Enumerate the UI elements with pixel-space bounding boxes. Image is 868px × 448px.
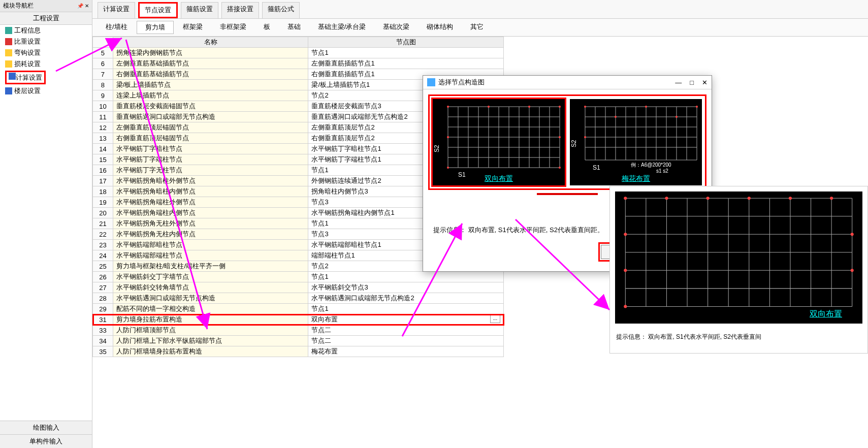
tabs-sub: 柱/墙柱剪力墙框架梁非框架梁板基础基础主梁/承台梁基础次梁砌体结构其它 (92, 19, 868, 37)
sidebar-bottom-single[interactable]: 单构件输入 (0, 434, 92, 448)
svg-point-86 (851, 269, 854, 272)
sidebar-item-3[interactable]: 损耗设置 (0, 58, 92, 70)
svg-point-84 (624, 305, 627, 308)
svg-point-48 (615, 116, 617, 118)
table-row[interactable]: 31剪力墙身拉筋布置构造双向布置... (93, 314, 504, 325)
browse-button[interactable]: ... (490, 315, 500, 323)
right-preview: 双向布置 (615, 191, 862, 324)
tree-icon (9, 73, 16, 80)
sidebar: 模块导航栏 📌 ✕ 工程设置 工程信息比重设置弯钩设置损耗设置计算设置楼层设置 … (0, 0, 92, 448)
svg-text:S1: S1 (458, 171, 466, 178)
subtab-8[interactable]: 砌体结构 (419, 21, 461, 34)
subtab-5[interactable]: 基础 (279, 21, 309, 34)
tree-icon (5, 38, 12, 45)
tab-3[interactable]: 搭接设置 (221, 2, 259, 18)
svg-point-51 (584, 136, 586, 138)
svg-text:S2: S2 (570, 140, 577, 147)
svg-point-24 (447, 167, 449, 169)
tree-icon (5, 60, 12, 68)
subtab-4[interactable]: 板 (255, 21, 278, 34)
table-row[interactable]: 5拐角连梁内侧钢筋节点节点1 (93, 48, 504, 58)
svg-point-20 (488, 106, 490, 108)
subtab-6[interactable]: 基础主梁/承台梁 (310, 21, 374, 34)
tabs-top: 计算设置节点设置箍筋设置搭接设置箍筋公式 (92, 0, 868, 19)
tree-label: 损耗设置 (14, 59, 41, 69)
table-row[interactable]: 34人防门框墙上下部水平纵筋端部节点节点二 (93, 336, 504, 346)
nav-tree: 工程信息比重设置弯钩设置损耗设置计算设置楼层设置 (0, 25, 92, 421)
svg-point-79 (748, 197, 751, 200)
svg-point-26 (559, 167, 561, 169)
tree-icon (5, 87, 12, 94)
tab-4[interactable]: 箍筋公式 (262, 2, 300, 18)
sidebar-bottom-draw[interactable]: 绘图输入 (0, 421, 92, 434)
tree-icon (5, 49, 12, 56)
svg-point-76 (624, 197, 627, 200)
tab-0[interactable]: 计算设置 (98, 2, 135, 18)
svg-point-21 (528, 106, 530, 108)
close-icon[interactable]: ✕ (702, 79, 708, 86)
svg-text:S2: S2 (433, 145, 440, 152)
th-num (93, 37, 113, 48)
preview-2-label: 梅花布置 (622, 174, 650, 183)
svg-point-82 (624, 233, 627, 236)
table-row[interactable]: 35人防门框墙墙身拉筋布置构造梅花布置 (93, 346, 504, 357)
dialog-icon (427, 78, 435, 86)
subtab-3[interactable]: 非框架梁 (212, 21, 254, 34)
subtab-9[interactable]: 其它 (462, 21, 492, 34)
table-row[interactable]: 26水平钢筋斜交丁字墙节点节点1 (93, 272, 504, 282)
tree-label: 楼层设置 (14, 86, 41, 95)
table-row[interactable]: 6左侧垂直筋基础插筋节点左侧垂直筋插筋节点1 (93, 58, 504, 69)
subtab-0[interactable]: 柱/墙柱 (98, 21, 136, 34)
svg-text:例：A6@200*200: 例：A6@200*200 (631, 162, 671, 168)
subtab-1[interactable]: 剪力墙 (137, 21, 174, 34)
svg-point-80 (789, 197, 792, 200)
sidebar-item-0[interactable]: 工程信息 (0, 25, 92, 36)
preview-option-1[interactable]: S2 S1 双向布置 (433, 99, 565, 185)
tree-label: 弯钩设置 (14, 48, 41, 57)
svg-point-52 (696, 106, 698, 108)
svg-point-77 (665, 197, 668, 200)
svg-point-49 (645, 106, 647, 108)
svg-point-85 (851, 233, 854, 236)
right-preview-pane: 双向布置 提示信息： 双向布置, S1代表水平间距, S2代表垂直间 (609, 186, 868, 354)
tree-label: 工程信息 (14, 26, 41, 35)
svg-point-23 (447, 136, 449, 138)
right-hint: 提示信息： 双向布置, S1代表水平间距, S2代表垂直间 (610, 329, 867, 345)
svg-point-22 (559, 106, 561, 108)
sidebar-header-title: 模块导航栏 (3, 2, 34, 10)
sidebar-item-4[interactable]: 计算设置 (0, 70, 92, 85)
dialog-header: 选择节点构造图 — □ ✕ (423, 76, 712, 89)
pin-icon[interactable]: 📌 ✕ (77, 3, 89, 9)
table-row[interactable]: 28水平钢筋遇洞口或端部无节点构造水平钢筋遇洞口或端部无节点构造2 (93, 293, 504, 304)
table-row[interactable]: 27水平钢筋斜交转角墙节点水平钢筋斜交节点3 (93, 282, 504, 293)
preview-option-2[interactable]: S2 S1 例：A6@200*200 s1 s2 梅花布置 (570, 99, 702, 185)
svg-point-19 (447, 106, 449, 108)
svg-point-47 (584, 106, 586, 108)
svg-point-50 (676, 116, 678, 118)
right-preview-label: 双向布置 (810, 309, 842, 319)
preview-row: S2 S1 双向布置 S2 S1 例：A6@200*200 (428, 94, 706, 190)
tree-icon (5, 27, 12, 34)
tree-label: 比重设置 (14, 37, 41, 46)
svg-point-81 (830, 197, 833, 200)
subtab-2[interactable]: 框架梁 (175, 21, 211, 34)
sidebar-item-1[interactable]: 比重设置 (0, 36, 92, 47)
svg-text:S1: S1 (593, 164, 600, 171)
minimize-icon[interactable]: — (675, 79, 682, 86)
tab-1[interactable]: 节点设置 (138, 2, 178, 18)
svg-point-83 (624, 269, 627, 272)
tab-2[interactable]: 箍筋设置 (181, 2, 218, 18)
maximize-icon[interactable]: □ (690, 79, 694, 86)
sidebar-section-title: 工程设置 (0, 12, 92, 25)
th-name: 名称 (113, 37, 308, 48)
preview-1-label: 双向布置 (485, 174, 513, 183)
th-node: 节点图 (308, 37, 504, 48)
dialog-title: 选择节点构造图 (438, 78, 485, 87)
sidebar-item-5[interactable]: 楼层设置 (0, 85, 92, 97)
subtab-7[interactable]: 基础次梁 (375, 21, 417, 34)
table-row[interactable]: 29配筋不同的墙一字相交构造节点1 (93, 304, 504, 314)
table-row[interactable]: 33人防门框墙顶部节点节点二 (93, 325, 504, 336)
sidebar-item-2[interactable]: 弯钩设置 (0, 47, 92, 58)
svg-point-25 (559, 136, 561, 138)
sidebar-header: 模块导航栏 📌 ✕ (0, 0, 92, 12)
